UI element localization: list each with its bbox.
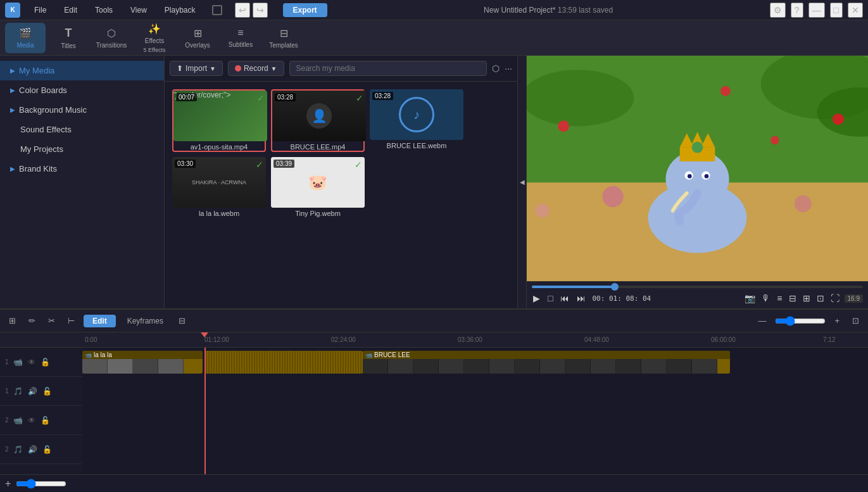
step-back-button[interactable]: ⏮ (559, 292, 570, 305)
timeline-tool-2[interactable]: ✏ (25, 314, 39, 327)
menu-view[interactable]: View (127, 4, 151, 16)
fullscreen-button[interactable]: ⛶ (829, 292, 841, 305)
settings-icon[interactable]: ⚙ (770, 3, 786, 18)
timeline-tool-1[interactable]: ⊞ (5, 314, 20, 327)
project-title: New Untitled Project* 13:59 last saved (337, 6, 760, 15)
ruler-mark-3: 03:36:00 (458, 336, 482, 343)
voice-button[interactable]: 🎙 (760, 292, 772, 305)
track-audio-icon[interactable]: 🎵 (13, 445, 23, 455)
import-button[interactable]: ⬆ Import ▼ (170, 61, 223, 76)
close-button[interactable]: ✕ (848, 3, 863, 18)
media-grid: ') center/cover;"> 00:07 ✓ av1-opus-sita… (165, 82, 517, 308)
menu-edit[interactable]: Edit (60, 4, 81, 16)
track-lock-button[interactable]: 🔓 (40, 415, 51, 426)
my-media-label: My Media (19, 66, 154, 75)
subtitles-label: Subtitles (229, 41, 253, 48)
snapshot-button[interactable]: 📷 (743, 292, 757, 305)
settings-button[interactable]: ≡ (776, 292, 783, 305)
trim-button[interactable]: ⊢ (64, 314, 79, 327)
track-volume-button[interactable]: 🔊 (27, 445, 38, 455)
track-eye-button[interactable]: 👁 (27, 415, 36, 426)
progress-thumb[interactable] (611, 283, 619, 291)
media-item[interactable]: ') center/cover;"> 00:07 ✓ av1-opus-sita… (172, 89, 266, 152)
menu-tools[interactable]: Tools (91, 4, 116, 16)
fit-timeline[interactable]: ⊡ (848, 314, 863, 327)
sidebar-item-brand-kits[interactable]: ▶ Brand Kits (0, 159, 164, 179)
track-camera-icon[interactable]: 📹 (13, 357, 23, 367)
add-track-button[interactable]: + (5, 478, 11, 489)
clip-bruce-lee[interactable]: 📹 BRUCE LEE (363, 351, 730, 374)
media-filename: Tiny Pig.webm (271, 210, 365, 217)
zoom-in-timeline[interactable]: + (831, 314, 843, 327)
copy-button[interactable]: ⊟ (175, 314, 189, 327)
menu-file[interactable]: File (30, 4, 50, 16)
stop-button[interactable]: □ (546, 292, 554, 305)
sidebar-item-background-music[interactable]: ▶ Background Music (0, 100, 164, 120)
track-lock-button[interactable]: 🔓 (42, 445, 53, 455)
toolbar-media[interactable]: 🎬 Media (5, 23, 46, 53)
toolbar-effects[interactable]: ✨ Effects 5 Effects (134, 23, 175, 53)
sidebar-item-my-projects[interactable]: My Projects (0, 139, 164, 159)
timeline-ruler: 0:00 01:12:00 02:24:00 03:36:00 04:48:00… (82, 332, 868, 348)
clip-lala[interactable]: 📹 la la la (82, 351, 203, 374)
sidebar-item-sound-effects[interactable]: Sound Effects (0, 120, 164, 139)
fit-button[interactable]: ⊡ (815, 292, 826, 305)
overlays-label: Overlays (185, 42, 210, 49)
ruler-mark-2: 02:24:00 (331, 336, 356, 343)
check-icon: ✓ (257, 93, 265, 103)
more-options-button[interactable]: ··· (505, 63, 512, 73)
minimize-button[interactable]: — (808, 3, 825, 18)
track-lock-button[interactable]: 🔓 (40, 357, 51, 367)
media-label: Media (16, 42, 34, 49)
collapse-panel-button[interactable]: ◀ (517, 56, 526, 308)
filter-button[interactable]: ⬡ (492, 63, 500, 73)
toolbar-transitions[interactable]: ⬡ Transitions (91, 23, 132, 53)
sidebar-item-color-boards[interactable]: ▶ Color Boards (0, 80, 164, 100)
toolbar-templates[interactable]: ⊟ Templates (263, 23, 304, 53)
export-button[interactable]: Export (283, 3, 327, 17)
step-forward-button[interactable]: ⏭ (576, 292, 587, 305)
track-audio-icon[interactable]: 🎵 (13, 386, 23, 396)
track-volume-button[interactable]: 🔊 (27, 386, 38, 396)
cut-button[interactable]: ✂ (44, 314, 59, 327)
help-icon[interactable]: ? (791, 3, 803, 18)
media-item[interactable]: 🐷 03:39 ✓ Tiny Pig.webm (271, 157, 365, 217)
media-toolbar: ⬆ Import ▼ Record ▼ ⬡ ··· (165, 56, 517, 82)
track-lock-button[interactable]: 🔓 (42, 386, 53, 396)
toolbar-overlays[interactable]: ⊞ Overlays (177, 23, 218, 53)
track-camera-icon[interactable]: 📹 (13, 415, 23, 426)
undo-button[interactable]: ↩ (235, 3, 250, 18)
record-button[interactable]: Record ▼ (228, 61, 284, 76)
media-item[interactable]: ♪ 03:28 BRUCE LEE.webm (370, 89, 463, 152)
maximize-button[interactable]: □ (830, 3, 843, 18)
check-icon: ✓ (256, 160, 263, 170)
toolbar-titles[interactable]: T Titles (48, 23, 89, 53)
media-item[interactable]: 👤 03:28 ✓ BRUCE LEE.mp4 (271, 89, 365, 152)
play-button[interactable]: ▶ (532, 292, 541, 305)
effects-label: Effects (145, 37, 164, 44)
timeline-content: 0:00 01:12:00 02:24:00 03:36:00 04:48:00… (82, 332, 868, 474)
timeline-bottom-bar: + (0, 474, 868, 492)
media-filename: av1-opus-sita.mp4 (173, 143, 265, 151)
search-input[interactable] (289, 61, 487, 76)
toolbar-subtitles[interactable]: ≡ Subtitles (220, 23, 261, 53)
timeline-zoom-slider[interactable] (775, 316, 826, 326)
progress-bar[interactable] (532, 286, 863, 288)
track-eye-button[interactable]: 👁 (27, 357, 36, 367)
menu-playback[interactable]: Playback (161, 4, 199, 16)
timeline-scroll-slider[interactable] (16, 479, 66, 489)
sidebar-item-my-media[interactable]: ▶ My Media (0, 61, 164, 80)
edit-button[interactable]: Edit (84, 315, 116, 327)
color-boards-label: Color Boards (19, 85, 154, 95)
track-labels: 1 📹 👁 🔓 1 🎵 🔊 🔓 2 📹 👁 🔓 2 (0, 332, 82, 474)
svg-point-20 (705, 174, 709, 179)
zoom-in-button[interactable]: ⊞ (802, 292, 812, 305)
keyframes-button[interactable]: Keyframes (121, 315, 170, 327)
titles-label: Titles (61, 42, 76, 49)
arrow-icon: ▶ (10, 165, 15, 172)
arrow-icon: ▶ (10, 106, 15, 113)
redo-button[interactable]: ↪ (253, 3, 268, 18)
media-item[interactable]: SHAKIRA · ACRWNA 03:30 ✓ la la la.webm (172, 157, 266, 217)
zoom-out-timeline[interactable]: — (754, 314, 770, 327)
zoom-out-button[interactable]: ⊟ (788, 292, 798, 305)
